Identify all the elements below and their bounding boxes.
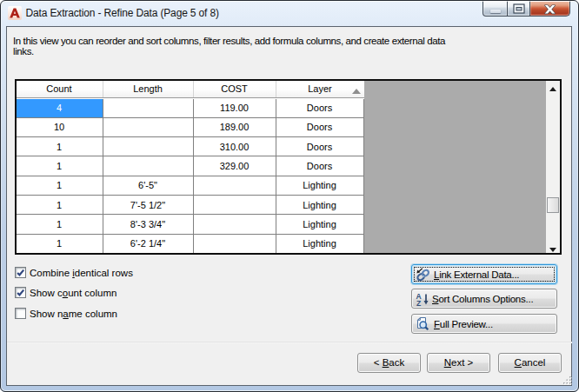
svg-text:Z: Z bbox=[416, 298, 421, 307]
